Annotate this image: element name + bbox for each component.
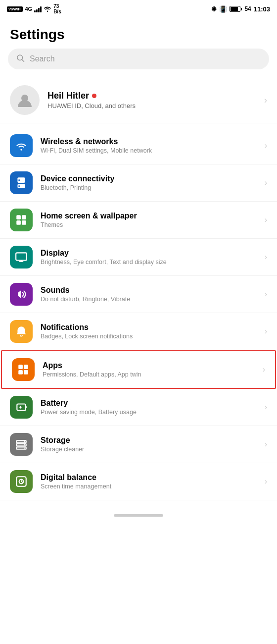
notifications-icon	[10, 320, 33, 343]
settings-item-display[interactable]: Display Brightness, Eye comfort, Text an…	[0, 239, 277, 276]
sounds-text: Sounds Do not disturb, Ringtone, Vibrate	[41, 286, 257, 303]
phone-icon: 📳	[219, 5, 227, 13]
settings-item-connectivity[interactable]: Device connectivity Bluetooth, Printing …	[0, 164, 277, 202]
connectivity-chevron: ›	[265, 178, 267, 187]
svg-line-30	[21, 482, 23, 483]
speed-indicator: 73B/s	[53, 3, 61, 14]
settings-list: Wireless & networks Wi-Fi, Dual SIM sett…	[0, 123, 277, 504]
svg-rect-8	[22, 215, 26, 219]
svg-rect-11	[16, 253, 27, 260]
page-title: Settings	[0, 18, 277, 49]
svg-rect-18	[24, 370, 28, 375]
search-bar[interactable]: Search	[8, 49, 269, 69]
digital-balance-chevron: ›	[265, 477, 267, 486]
status-left: VoWiFi 4G 73B/s	[7, 3, 61, 14]
svg-rect-10	[22, 220, 26, 225]
profile-info: Heil Hitler HUAWEI ID, Cloud, and others	[47, 91, 256, 109]
status-bar: VoWiFi 4G 73B/s ✱ 📳 54 11:03	[0, 0, 277, 18]
apps-chevron: ›	[263, 365, 265, 374]
home-bar[interactable]	[0, 504, 277, 523]
svg-line-1	[22, 59, 24, 61]
settings-item-apps[interactable]: Apps Permissions, Default apps, App twin…	[1, 350, 276, 389]
connectivity-icon	[10, 171, 33, 194]
display-title: Display	[41, 249, 257, 258]
homescreen-icon	[10, 209, 33, 231]
status-right: ✱ 📳 54 11:03	[211, 5, 270, 13]
sounds-icon	[10, 283, 33, 306]
homescreen-subtitle: Themes	[41, 221, 257, 228]
avatar	[10, 85, 40, 115]
svg-rect-9	[16, 220, 21, 225]
signal-bars	[34, 5, 42, 12]
wifi-icon	[44, 5, 51, 12]
digital-balance-subtitle: Screen time management	[41, 483, 257, 490]
digital-balance-text: Digital balance Screen time management	[41, 473, 257, 490]
connectivity-title: Device connectivity	[41, 174, 257, 183]
svg-point-6	[18, 185, 20, 187]
wireless-text: Wireless & networks Wi-Fi, Dual SIM sett…	[41, 137, 257, 154]
network-type: 4G	[25, 6, 32, 12]
wireless-chevron: ›	[265, 141, 267, 150]
storage-title: Storage	[41, 436, 257, 445]
settings-item-sounds[interactable]: Sounds Do not disturb, Ringtone, Vibrate…	[0, 276, 277, 313]
display-text: Display Brightness, Eye comfort, Text an…	[41, 249, 257, 266]
battery-indicator	[230, 6, 242, 12]
wireless-subtitle: Wi-Fi, Dual SIM settings, Mobile network	[41, 147, 257, 154]
settings-item-digital-balance[interactable]: Digital balance Screen time management ›	[0, 463, 277, 500]
profile-chevron: ›	[264, 95, 267, 106]
settings-item-battery[interactable]: Battery Power saving mode, Battery usage…	[0, 389, 277, 426]
notifications-chevron: ›	[265, 327, 267, 336]
settings-item-notifications[interactable]: Notifications Badges, Lock screen notifi…	[0, 313, 277, 350]
battery-settings-icon	[10, 396, 33, 419]
svg-rect-16	[24, 365, 28, 369]
apps-text: Apps Permissions, Default apps, App twin	[43, 361, 255, 378]
search-placeholder: Search	[30, 54, 55, 63]
home-pill[interactable]	[114, 514, 163, 517]
sounds-chevron: ›	[265, 290, 267, 299]
sounds-subtitle: Do not disturb, Ringtone, Vibrate	[41, 296, 257, 303]
apps-subtitle: Permissions, Default apps, App twin	[43, 371, 255, 378]
storage-text: Storage Storage cleaner	[41, 436, 257, 453]
search-icon	[16, 54, 25, 64]
svg-marker-14	[18, 290, 21, 298]
wireless-title: Wireless & networks	[41, 137, 257, 146]
display-icon	[10, 246, 33, 268]
profile-subtitle: HUAWEI ID, Cloud, and others	[47, 102, 256, 109]
digital-balance-icon	[10, 470, 33, 493]
profile-name: Heil Hitler	[47, 91, 256, 101]
svg-rect-17	[18, 370, 23, 375]
battery-settings-subtitle: Power saving mode, Battery usage	[41, 409, 257, 416]
connectivity-subtitle: Bluetooth, Printing	[41, 184, 257, 191]
homescreen-chevron: ›	[265, 215, 267, 224]
apps-icon	[12, 358, 35, 381]
battery-settings-text: Battery Power saving mode, Battery usage	[41, 399, 257, 416]
notification-dot	[92, 94, 96, 98]
display-chevron: ›	[265, 253, 267, 262]
svg-point-25	[24, 444, 25, 445]
notifications-text: Notifications Badges, Lock screen notifi…	[41, 323, 257, 340]
homescreen-title: Home screen & wallpaper	[41, 212, 257, 220]
svg-rect-7	[16, 215, 21, 219]
digital-balance-title: Digital balance	[41, 473, 257, 482]
settings-item-wireless[interactable]: Wireless & networks Wi-Fi, Dual SIM sett…	[0, 127, 277, 164]
battery-settings-title: Battery	[41, 399, 257, 408]
svg-rect-15	[18, 365, 23, 369]
bluetooth-icon: ✱	[211, 5, 217, 13]
svg-point-5	[18, 179, 20, 181]
homescreen-text: Home screen & wallpaper Themes	[41, 212, 257, 228]
connectivity-text: Device connectivity Bluetooth, Printing	[41, 174, 257, 191]
time: 11:03	[254, 5, 270, 13]
profile-section[interactable]: Heil Hitler HUAWEI ID, Cloud, and others…	[0, 77, 277, 123]
notifications-subtitle: Badges, Lock screen notifications	[41, 333, 257, 340]
svg-point-26	[24, 448, 25, 449]
settings-item-homescreen[interactable]: Home screen & wallpaper Themes ›	[0, 202, 277, 239]
storage-subtitle: Storage cleaner	[41, 446, 257, 453]
settings-item-storage[interactable]: Storage Storage cleaner ›	[0, 426, 277, 463]
wireless-icon	[10, 134, 33, 157]
apps-title: Apps	[43, 361, 255, 370]
storage-chevron: ›	[265, 440, 267, 449]
vowifi-indicator: VoWiFi	[7, 6, 23, 12]
display-subtitle: Brightness, Eye comfort, Text and displa…	[41, 259, 257, 266]
storage-icon	[10, 433, 33, 456]
battery-percent: 54	[244, 5, 251, 12]
